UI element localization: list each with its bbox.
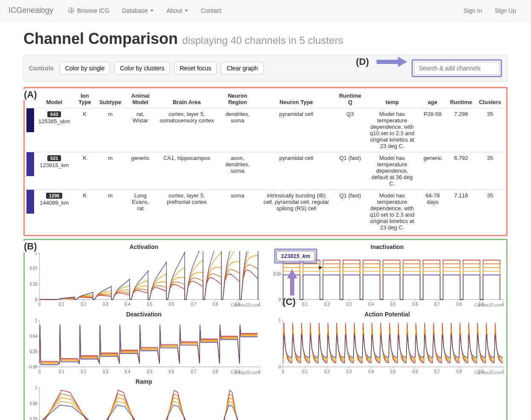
chart-ap[interactable]: Action Potential 0100.10.20.30.40.50.60.… — [270, 311, 505, 374]
svg-text:0.5: 0.5 — [390, 301, 396, 307]
svg-text:0.2: 0.2 — [324, 369, 330, 374]
svg-text:0.7: 0.7 — [434, 369, 440, 374]
model-badge[interactable]: 1296 — [46, 193, 62, 199]
chart-credit: CanvasJS.com — [231, 303, 259, 307]
table-row[interactable]: 643125385_skm Kmrat, Wistarcortex, layer… — [26, 108, 505, 152]
svg-text:0.7: 0.7 — [191, 369, 196, 374]
svg-text:1: 1 — [279, 251, 281, 255]
chart-title: Inactivation — [270, 243, 505, 250]
svg-text:0: 0 — [279, 297, 281, 302]
nav-database[interactable]: Database — [116, 1, 160, 20]
color-single-button[interactable]: Color by single — [60, 62, 110, 75]
annotation-b: (B) — [23, 241, 38, 252]
svg-text:0: 0 — [35, 297, 38, 302]
svg-text:0.5: 0.5 — [147, 301, 152, 307]
arrow-right-icon — [398, 57, 407, 67]
color-swatch — [26, 152, 34, 176]
svg-text:0.8: 0.8 — [456, 369, 461, 374]
svg-text:0.5: 0.5 — [390, 369, 396, 374]
nav-links: Browse ICG Database About Contact — [62, 1, 457, 20]
svg-text:-0.08: -0.08 — [29, 364, 38, 369]
chart-title: Deactivation — [26, 311, 261, 318]
svg-text:0.3: 0.3 — [346, 301, 351, 307]
table-row[interactable]: 521123815_km KmgenericCA1, hippocampus a… — [26, 152, 505, 190]
chart-title: Activation — [26, 243, 261, 250]
svg-text:1: 1 — [279, 319, 281, 323]
svg-text:0.28: 0.28 — [30, 349, 38, 354]
reset-focus-button[interactable]: Reset focus — [174, 62, 217, 75]
svg-text:0.67: 0.67 — [30, 266, 38, 271]
svg-text:0.4: 0.4 — [125, 369, 131, 374]
svg-text:0: 0 — [279, 364, 281, 369]
channel-table: Model Ion Type Subtype Animal Model Brai… — [26, 90, 505, 233]
nav-signup[interactable]: Sign Up — [488, 1, 522, 20]
svg-text:0.2: 0.2 — [324, 301, 330, 307]
nav-about[interactable]: About — [160, 1, 194, 20]
table-header-row: Model Ion Type Subtype Animal Model Brai… — [26, 90, 505, 108]
svg-text:0.64: 0.64 — [30, 333, 38, 339]
svg-text:0.2: 0.2 — [81, 301, 86, 307]
svg-text:0.5: 0.5 — [147, 369, 152, 374]
nav-contact[interactable]: Contact — [194, 1, 228, 20]
brand[interactable]: ICGenealogy — [9, 6, 53, 15]
navbar: ICGenealogy Browse ICG Database About Co… — [0, 0, 531, 21]
annotation-d: (D) — [356, 56, 407, 67]
svg-text:0.8: 0.8 — [213, 369, 218, 374]
chart-credit: CanvasJS.com — [474, 303, 503, 307]
controls-wrap: Controls Color by single Color by cluste… — [23, 55, 508, 82]
svg-text:0.33: 0.33 — [30, 281, 38, 287]
charts-grid: Activation 00.330.67100.10.20.30.40.50.6… — [26, 242, 505, 420]
chart-deactivation[interactable]: Deactivation -0.080.280.64100.10.20.30.4… — [26, 311, 261, 374]
svg-text:0.1: 0.1 — [59, 369, 64, 374]
svg-text:0.7: 0.7 — [191, 301, 196, 307]
table-row[interactable]: 1296144089_km KmLong Evans, ratcortex, l… — [26, 190, 505, 234]
svg-text:0: 0 — [282, 369, 284, 374]
nav-browse[interactable]: Browse ICG — [62, 1, 116, 20]
nav-signin[interactable]: Sign In — [457, 1, 489, 20]
svg-text:0.8: 0.8 — [456, 301, 461, 307]
nav-right: Sign In Sign Up — [457, 1, 522, 20]
chart-credit: CanvasJS.com — [474, 370, 503, 375]
svg-text:0.3: 0.3 — [103, 301, 108, 307]
section-a: (A) Model Ion Type Subtype Animal Model … — [23, 87, 508, 236]
chart-ramp[interactable]: Ramp 00.330.66100.10.20.30.40.50.60.70.8… — [26, 378, 261, 420]
model-badge[interactable]: 643 — [47, 111, 61, 117]
chart-inactivation[interactable]: Inactivation 00.55100.10.20.30.40.50.60.… — [270, 243, 505, 307]
svg-text:0.4: 0.4 — [368, 369, 374, 374]
svg-text:0.1: 0.1 — [302, 369, 308, 374]
svg-text:0.2: 0.2 — [81, 369, 86, 374]
color-clusters-button[interactable]: Color by clusters — [114, 62, 170, 75]
controls-bar: Controls Color by single Color by cluste… — [23, 55, 508, 82]
chevron-down-icon — [185, 10, 188, 12]
svg-text:0.4: 0.4 — [368, 301, 374, 307]
svg-text:0.3: 0.3 — [346, 369, 351, 374]
model-badge[interactable]: 521 — [47, 155, 61, 161]
page-title: Channel Comparison displaying 40 channel… — [23, 30, 508, 48]
svg-text:0.66: 0.66 — [30, 401, 38, 406]
chart-activation[interactable]: Activation 00.330.67100.10.20.30.40.50.6… — [26, 243, 261, 307]
svg-text:0.6: 0.6 — [169, 301, 174, 307]
section-b: (B) Activation 00.330.67100.10.20.30.40.… — [23, 239, 508, 420]
clear-graph-button[interactable]: Clear graph — [221, 62, 263, 75]
color-swatch — [26, 190, 34, 214]
chart-title: Action Potential — [270, 311, 505, 318]
globe-icon — [68, 8, 74, 13]
controls-label: Controls — [29, 65, 54, 72]
annotation-a: (A) — [23, 89, 38, 100]
main: Channel Comparison displaying 40 channel… — [0, 21, 531, 420]
svg-text:0.7: 0.7 — [434, 301, 440, 307]
chart-credit: CanvasJS.com — [231, 370, 259, 375]
svg-text:0.1: 0.1 — [302, 301, 308, 307]
svg-text:0.4: 0.4 — [125, 301, 131, 307]
svg-text:1: 1 — [35, 319, 38, 323]
svg-text:0.33: 0.33 — [30, 416, 38, 420]
svg-text:0.3: 0.3 — [103, 369, 108, 374]
svg-text:0: 0 — [38, 301, 41, 307]
svg-text:0: 0 — [38, 369, 41, 374]
chart-title: Ramp — [26, 378, 261, 385]
search-input[interactable] — [414, 62, 499, 75]
svg-text:0.55: 0.55 — [273, 272, 281, 277]
search-highlight — [412, 59, 502, 77]
arrow-up-icon — [287, 269, 297, 278]
svg-text:0.8: 0.8 — [213, 301, 218, 307]
